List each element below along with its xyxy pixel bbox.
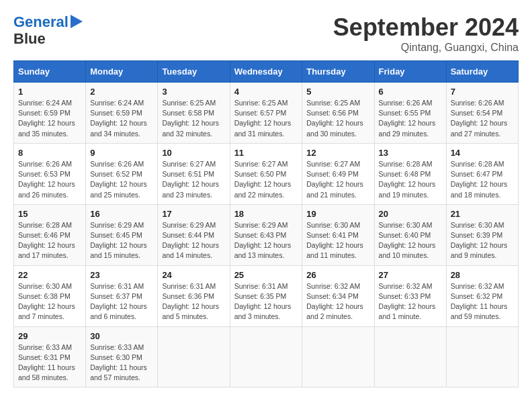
- calendar-week-row: 15Sunrise: 6:28 AM Sunset: 6:46 PM Dayli…: [14, 204, 519, 265]
- day-detail: Sunrise: 6:31 AM Sunset: 6:36 PM Dayligh…: [162, 281, 225, 322]
- day-detail: Sunrise: 6:29 AM Sunset: 6:43 PM Dayligh…: [234, 220, 298, 261]
- day-number: 6: [379, 87, 442, 97]
- day-detail: Sunrise: 6:32 AM Sunset: 6:33 PM Dayligh…: [379, 281, 442, 322]
- calendar-cell: 1Sunrise: 6:24 AM Sunset: 6:59 PM Daylig…: [14, 83, 86, 144]
- calendar-cell: 4Sunrise: 6:25 AM Sunset: 6:57 PM Daylig…: [230, 83, 302, 144]
- logo-blue: Blue: [13, 31, 83, 47]
- calendar-cell: [158, 326, 230, 387]
- calendar-cell: 27Sunrise: 6:32 AM Sunset: 6:33 PM Dayli…: [374, 265, 446, 326]
- calendar-cell: 11Sunrise: 6:27 AM Sunset: 6:50 PM Dayli…: [230, 143, 302, 204]
- day-detail: Sunrise: 6:32 AM Sunset: 6:32 PM Dayligh…: [451, 281, 514, 322]
- day-detail: Sunrise: 6:26 AM Sunset: 6:53 PM Dayligh…: [18, 159, 81, 200]
- calendar-cell: 19Sunrise: 6:30 AM Sunset: 6:41 PM Dayli…: [302, 204, 374, 265]
- calendar-cell: 24Sunrise: 6:31 AM Sunset: 6:36 PM Dayli…: [158, 265, 230, 326]
- day-number: 14: [451, 148, 514, 158]
- weekday-header-monday: Monday: [86, 61, 158, 83]
- day-number: 30: [90, 331, 153, 341]
- calendar-week-row: 1Sunrise: 6:24 AM Sunset: 6:59 PM Daylig…: [14, 83, 519, 144]
- calendar-cell: 21Sunrise: 6:30 AM Sunset: 6:39 PM Dayli…: [446, 204, 518, 265]
- calendar-cell: 30Sunrise: 6:33 AM Sunset: 6:30 PM Dayli…: [86, 326, 158, 387]
- calendar-cell: [446, 326, 518, 387]
- day-detail: Sunrise: 6:24 AM Sunset: 6:59 PM Dayligh…: [90, 98, 153, 139]
- day-detail: Sunrise: 6:24 AM Sunset: 6:59 PM Dayligh…: [18, 98, 81, 139]
- day-detail: Sunrise: 6:30 AM Sunset: 6:39 PM Dayligh…: [451, 220, 514, 261]
- calendar-cell: 3Sunrise: 6:25 AM Sunset: 6:58 PM Daylig…: [158, 83, 230, 144]
- logo-general: General: [13, 13, 69, 30]
- calendar-cell: 14Sunrise: 6:28 AM Sunset: 6:47 PM Dayli…: [446, 143, 518, 204]
- calendar-cell: 22Sunrise: 6:30 AM Sunset: 6:38 PM Dayli…: [14, 265, 86, 326]
- day-detail: Sunrise: 6:31 AM Sunset: 6:37 PM Dayligh…: [90, 281, 153, 322]
- day-number: 22: [18, 270, 81, 280]
- day-detail: Sunrise: 6:27 AM Sunset: 6:51 PM Dayligh…: [162, 159, 225, 200]
- day-number: 4: [234, 87, 298, 97]
- calendar-cell: 17Sunrise: 6:29 AM Sunset: 6:44 PM Dayli…: [158, 204, 230, 265]
- logo: General Blue: [13, 13, 83, 47]
- calendar-cell: 23Sunrise: 6:31 AM Sunset: 6:37 PM Dayli…: [86, 265, 158, 326]
- day-detail: Sunrise: 6:26 AM Sunset: 6:54 PM Dayligh…: [451, 98, 514, 139]
- day-number: 11: [234, 148, 298, 158]
- day-number: 15: [18, 209, 81, 219]
- title-block: September 2024 Qintang, Guangxi, China: [333, 13, 519, 54]
- day-number: 28: [451, 270, 514, 280]
- weekday-header-tuesday: Tuesday: [158, 61, 230, 83]
- day-number: 24: [162, 270, 225, 280]
- calendar-cell: 25Sunrise: 6:31 AM Sunset: 6:35 PM Dayli…: [230, 265, 302, 326]
- day-number: 18: [234, 209, 298, 219]
- day-number: 9: [90, 148, 153, 158]
- location-subtitle: Qintang, Guangxi, China: [333, 42, 519, 54]
- day-detail: Sunrise: 6:28 AM Sunset: 6:47 PM Dayligh…: [451, 159, 514, 200]
- calendar-cell: 20Sunrise: 6:30 AM Sunset: 6:40 PM Dayli…: [374, 204, 446, 265]
- day-number: 25: [234, 270, 298, 280]
- day-number: 8: [18, 148, 81, 158]
- day-detail: Sunrise: 6:27 AM Sunset: 6:50 PM Dayligh…: [234, 159, 298, 200]
- day-number: 16: [90, 209, 153, 219]
- weekday-header-wednesday: Wednesday: [230, 61, 302, 83]
- day-detail: Sunrise: 6:26 AM Sunset: 6:55 PM Dayligh…: [379, 98, 442, 139]
- calendar-cell: 12Sunrise: 6:27 AM Sunset: 6:49 PM Dayli…: [302, 143, 374, 204]
- day-detail: Sunrise: 6:28 AM Sunset: 6:48 PM Dayligh…: [379, 159, 442, 200]
- weekday-header-sunday: Sunday: [14, 61, 86, 83]
- day-number: 12: [306, 148, 369, 158]
- weekday-header-saturday: Saturday: [446, 61, 518, 83]
- day-number: 1: [18, 87, 81, 97]
- calendar-cell: 5Sunrise: 6:25 AM Sunset: 6:56 PM Daylig…: [302, 83, 374, 144]
- day-number: 3: [162, 87, 225, 97]
- calendar-cell: 10Sunrise: 6:27 AM Sunset: 6:51 PM Dayli…: [158, 143, 230, 204]
- day-detail: Sunrise: 6:32 AM Sunset: 6:34 PM Dayligh…: [306, 281, 369, 322]
- calendar-cell: 13Sunrise: 6:28 AM Sunset: 6:48 PM Dayli…: [374, 143, 446, 204]
- calendar-cell: 6Sunrise: 6:26 AM Sunset: 6:55 PM Daylig…: [374, 83, 446, 144]
- page-header: General Blue September 2024 Qintang, Gua…: [13, 13, 519, 54]
- calendar-body: 1Sunrise: 6:24 AM Sunset: 6:59 PM Daylig…: [14, 83, 519, 387]
- svg-marker-0: [71, 15, 83, 28]
- day-number: 20: [379, 209, 442, 219]
- day-detail: Sunrise: 6:28 AM Sunset: 6:46 PM Dayligh…: [18, 220, 81, 261]
- calendar-cell: 29Sunrise: 6:33 AM Sunset: 6:31 PM Dayli…: [14, 326, 86, 387]
- day-number: 2: [90, 87, 153, 97]
- day-number: 10: [162, 148, 225, 158]
- calendar-cell: [374, 326, 446, 387]
- calendar-cell: 15Sunrise: 6:28 AM Sunset: 6:46 PM Dayli…: [14, 204, 86, 265]
- day-detail: Sunrise: 6:27 AM Sunset: 6:49 PM Dayligh…: [306, 159, 369, 200]
- day-number: 29: [18, 331, 81, 341]
- calendar-week-row: 22Sunrise: 6:30 AM Sunset: 6:38 PM Dayli…: [14, 265, 519, 326]
- calendar-cell: 18Sunrise: 6:29 AM Sunset: 6:43 PM Dayli…: [230, 204, 302, 265]
- logo-arrow-icon: [71, 15, 83, 28]
- day-detail: Sunrise: 6:30 AM Sunset: 6:40 PM Dayligh…: [379, 220, 442, 261]
- day-detail: Sunrise: 6:30 AM Sunset: 6:38 PM Dayligh…: [18, 281, 81, 322]
- calendar-cell: 16Sunrise: 6:29 AM Sunset: 6:45 PM Dayli…: [86, 204, 158, 265]
- calendar-table: SundayMondayTuesdayWednesdayThursdayFrid…: [13, 60, 519, 387]
- day-number: 21: [451, 209, 514, 219]
- calendar-cell: 9Sunrise: 6:26 AM Sunset: 6:52 PM Daylig…: [86, 143, 158, 204]
- calendar-cell: [230, 326, 302, 387]
- day-number: 23: [90, 270, 153, 280]
- day-number: 26: [306, 270, 369, 280]
- calendar-week-row: 29Sunrise: 6:33 AM Sunset: 6:31 PM Dayli…: [14, 326, 519, 387]
- calendar-cell: 8Sunrise: 6:26 AM Sunset: 6:53 PM Daylig…: [14, 143, 86, 204]
- calendar-cell: [302, 326, 374, 387]
- day-number: 7: [451, 87, 514, 97]
- day-detail: Sunrise: 6:26 AM Sunset: 6:52 PM Dayligh…: [90, 159, 153, 200]
- day-number: 19: [306, 209, 369, 219]
- calendar-cell: 26Sunrise: 6:32 AM Sunset: 6:34 PM Dayli…: [302, 265, 374, 326]
- day-number: 5: [306, 87, 369, 97]
- day-detail: Sunrise: 6:25 AM Sunset: 6:56 PM Dayligh…: [306, 98, 369, 139]
